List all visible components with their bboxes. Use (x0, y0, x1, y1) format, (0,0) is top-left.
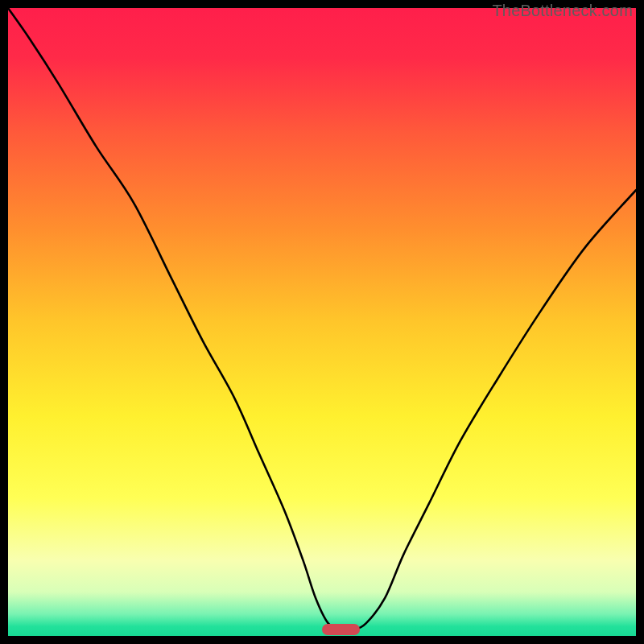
plot-area (8, 8, 636, 636)
chart-frame: TheBottleneck.com (0, 0, 644, 644)
optimal-marker (322, 624, 360, 635)
attribution-text: TheBottleneck.com (492, 2, 633, 20)
bottleneck-curve (8, 8, 636, 636)
